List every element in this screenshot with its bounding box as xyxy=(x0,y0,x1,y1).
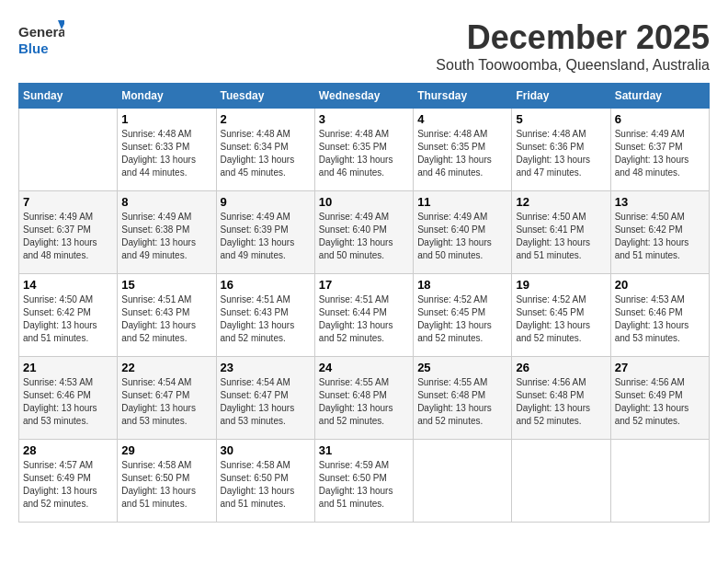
day-number: 30 xyxy=(221,443,311,457)
day-info: Sunrise: 4:59 AMSunset: 6:50 PMDaylight:… xyxy=(319,459,409,511)
day-info: Sunrise: 4:49 AMSunset: 6:39 PMDaylight:… xyxy=(221,211,311,262)
calendar-header-friday: Friday xyxy=(512,84,610,109)
calendar: SundayMondayTuesdayWednesdayThursdayFrid… xyxy=(18,83,710,523)
logo: General Blue xyxy=(18,18,64,60)
day-number: 10 xyxy=(319,195,409,209)
calendar-cell: 6Sunrise: 4:49 AMSunset: 6:37 PMDaylight… xyxy=(610,109,709,191)
day-number: 20 xyxy=(615,278,705,292)
day-info: Sunrise: 4:56 AMSunset: 6:49 PMDaylight:… xyxy=(615,376,705,428)
calendar-cell: 31Sunrise: 4:59 AMSunset: 6:50 PMDayligh… xyxy=(314,440,413,523)
header: General Blue December 2025 South Toowoom… xyxy=(18,18,710,74)
day-info: Sunrise: 4:55 AMSunset: 6:48 PMDaylight:… xyxy=(319,376,409,428)
day-info: Sunrise: 4:48 AMSunset: 6:34 PMDaylight:… xyxy=(221,128,311,179)
calendar-cell: 12Sunrise: 4:50 AMSunset: 6:41 PMDayligh… xyxy=(512,191,610,274)
month-title: December 2025 xyxy=(436,18,710,57)
calendar-cell: 22Sunrise: 4:54 AMSunset: 6:47 PMDayligh… xyxy=(118,357,216,440)
day-info: Sunrise: 4:50 AMSunset: 6:41 PMDaylight:… xyxy=(516,211,606,262)
calendar-cell: 24Sunrise: 4:55 AMSunset: 6:48 PMDayligh… xyxy=(314,357,413,440)
calendar-cell xyxy=(414,440,512,523)
calendar-cell: 3Sunrise: 4:48 AMSunset: 6:35 PMDaylight… xyxy=(314,109,413,191)
calendar-header-saturday: Saturday xyxy=(610,84,709,109)
calendar-cell: 26Sunrise: 4:56 AMSunset: 6:48 PMDayligh… xyxy=(512,357,610,440)
day-info: Sunrise: 4:51 AMSunset: 6:44 PMDaylight:… xyxy=(319,293,409,345)
day-number: 28 xyxy=(23,443,113,457)
day-number: 31 xyxy=(319,443,409,457)
svg-text:General: General xyxy=(18,24,64,40)
calendar-cell: 28Sunrise: 4:57 AMSunset: 6:49 PMDayligh… xyxy=(19,440,118,523)
calendar-cell: 17Sunrise: 4:51 AMSunset: 6:44 PMDayligh… xyxy=(314,274,413,357)
day-info: Sunrise: 4:48 AMSunset: 6:36 PMDaylight:… xyxy=(516,128,606,179)
day-info: Sunrise: 4:55 AMSunset: 6:48 PMDaylight:… xyxy=(417,376,507,428)
day-number: 17 xyxy=(319,278,409,292)
day-number: 29 xyxy=(121,443,211,457)
day-info: Sunrise: 4:50 AMSunset: 6:42 PMDaylight:… xyxy=(23,293,113,345)
day-info: Sunrise: 4:56 AMSunset: 6:48 PMDaylight:… xyxy=(516,376,606,428)
calendar-cell: 25Sunrise: 4:55 AMSunset: 6:48 PMDayligh… xyxy=(414,357,512,440)
day-info: Sunrise: 4:48 AMSunset: 6:35 PMDaylight:… xyxy=(319,128,409,179)
day-number: 19 xyxy=(516,278,606,292)
calendar-week-5: 28Sunrise: 4:57 AMSunset: 6:49 PMDayligh… xyxy=(19,440,710,523)
calendar-cell: 10Sunrise: 4:49 AMSunset: 6:40 PMDayligh… xyxy=(314,191,413,274)
calendar-cell: 23Sunrise: 4:54 AMSunset: 6:47 PMDayligh… xyxy=(216,357,314,440)
calendar-cell: 15Sunrise: 4:51 AMSunset: 6:43 PMDayligh… xyxy=(118,274,216,357)
calendar-week-4: 21Sunrise: 4:53 AMSunset: 6:46 PMDayligh… xyxy=(19,357,710,440)
location-title: South Toowoomba, Queensland, Australia xyxy=(436,57,710,74)
day-info: Sunrise: 4:48 AMSunset: 6:35 PMDaylight:… xyxy=(417,128,507,179)
day-info: Sunrise: 4:54 AMSunset: 6:47 PMDaylight:… xyxy=(121,376,211,428)
day-info: Sunrise: 4:49 AMSunset: 6:40 PMDaylight:… xyxy=(319,211,409,262)
calendar-cell: 4Sunrise: 4:48 AMSunset: 6:35 PMDaylight… xyxy=(414,109,512,191)
calendar-cell: 2Sunrise: 4:48 AMSunset: 6:34 PMDaylight… xyxy=(216,109,314,191)
calendar-cell: 13Sunrise: 4:50 AMSunset: 6:42 PMDayligh… xyxy=(610,191,709,274)
day-number: 9 xyxy=(221,195,311,209)
day-info: Sunrise: 4:49 AMSunset: 6:38 PMDaylight:… xyxy=(121,211,211,262)
day-number: 6 xyxy=(615,112,705,126)
calendar-header-wednesday: Wednesday xyxy=(314,84,413,109)
calendar-cell: 11Sunrise: 4:49 AMSunset: 6:40 PMDayligh… xyxy=(414,191,512,274)
svg-text:Blue: Blue xyxy=(18,40,49,56)
day-info: Sunrise: 4:57 AMSunset: 6:49 PMDaylight:… xyxy=(23,459,113,511)
calendar-cell: 30Sunrise: 4:58 AMSunset: 6:50 PMDayligh… xyxy=(216,440,314,523)
day-info: Sunrise: 4:49 AMSunset: 6:37 PMDaylight:… xyxy=(615,128,705,179)
day-info: Sunrise: 4:52 AMSunset: 6:45 PMDaylight:… xyxy=(417,293,507,345)
calendar-cell: 1Sunrise: 4:48 AMSunset: 6:33 PMDaylight… xyxy=(118,109,216,191)
calendar-cell: 7Sunrise: 4:49 AMSunset: 6:37 PMDaylight… xyxy=(19,191,118,274)
day-number: 4 xyxy=(417,112,507,126)
calendar-header-monday: Monday xyxy=(118,84,216,109)
day-number: 15 xyxy=(121,278,211,292)
day-number: 5 xyxy=(516,112,606,126)
day-info: Sunrise: 4:51 AMSunset: 6:43 PMDaylight:… xyxy=(221,293,311,345)
day-number: 7 xyxy=(23,195,113,209)
calendar-header-thursday: Thursday xyxy=(414,84,512,109)
calendar-week-3: 14Sunrise: 4:50 AMSunset: 6:42 PMDayligh… xyxy=(19,274,710,357)
calendar-header-tuesday: Tuesday xyxy=(216,84,314,109)
day-info: Sunrise: 4:54 AMSunset: 6:47 PMDaylight:… xyxy=(221,376,311,428)
calendar-cell: 16Sunrise: 4:51 AMSunset: 6:43 PMDayligh… xyxy=(216,274,314,357)
calendar-cell: 29Sunrise: 4:58 AMSunset: 6:50 PMDayligh… xyxy=(118,440,216,523)
calendar-cell: 5Sunrise: 4:48 AMSunset: 6:36 PMDaylight… xyxy=(512,109,610,191)
calendar-cell: 14Sunrise: 4:50 AMSunset: 6:42 PMDayligh… xyxy=(19,274,118,357)
day-number: 25 xyxy=(417,361,507,374)
day-info: Sunrise: 4:53 AMSunset: 6:46 PMDaylight:… xyxy=(615,293,705,345)
day-info: Sunrise: 4:50 AMSunset: 6:42 PMDaylight:… xyxy=(615,211,705,262)
day-info: Sunrise: 4:52 AMSunset: 6:45 PMDaylight:… xyxy=(516,293,606,345)
day-number: 16 xyxy=(221,278,311,292)
day-number: 13 xyxy=(615,195,705,209)
day-number: 27 xyxy=(615,361,705,374)
calendar-cell: 8Sunrise: 4:49 AMSunset: 6:38 PMDaylight… xyxy=(118,191,216,274)
day-number: 22 xyxy=(121,361,211,374)
day-number: 21 xyxy=(23,361,113,374)
day-number: 24 xyxy=(319,361,409,374)
day-info: Sunrise: 4:58 AMSunset: 6:50 PMDaylight:… xyxy=(121,459,211,511)
day-info: Sunrise: 4:58 AMSunset: 6:50 PMDaylight:… xyxy=(221,459,311,511)
calendar-cell: 27Sunrise: 4:56 AMSunset: 6:49 PMDayligh… xyxy=(610,357,709,440)
calendar-week-2: 7Sunrise: 4:49 AMSunset: 6:37 PMDaylight… xyxy=(19,191,710,274)
logo-svg: General Blue xyxy=(18,18,64,60)
day-info: Sunrise: 4:48 AMSunset: 6:33 PMDaylight:… xyxy=(121,128,211,179)
day-number: 23 xyxy=(221,361,311,374)
calendar-cell: 18Sunrise: 4:52 AMSunset: 6:45 PMDayligh… xyxy=(414,274,512,357)
day-info: Sunrise: 4:53 AMSunset: 6:46 PMDaylight:… xyxy=(23,376,113,428)
calendar-cell: 21Sunrise: 4:53 AMSunset: 6:46 PMDayligh… xyxy=(19,357,118,440)
calendar-cell xyxy=(19,109,118,191)
calendar-header-sunday: Sunday xyxy=(19,84,118,109)
day-number: 2 xyxy=(221,112,311,126)
